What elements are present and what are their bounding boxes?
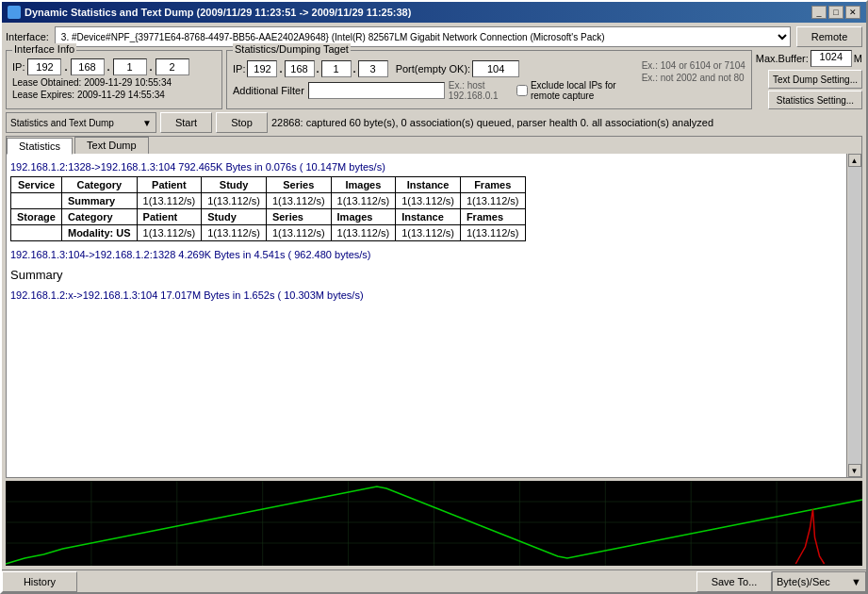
title-bar: Dynamic Statistics and Text Dump (2009/1… (2, 2, 866, 23)
mode-dropdown[interactable]: Statistics and Text Dump ▼ (6, 112, 156, 133)
ip-label: IP: (12, 61, 25, 73)
summary-label: Summary (10, 268, 843, 282)
exclude-checkbox[interactable] (516, 85, 528, 96)
remote-button[interactable]: Remote (796, 26, 862, 47)
max-buffer-input[interactable]: 1024 (811, 50, 852, 67)
status-text: 22868: captured 60 byte(s), 0 associatio… (271, 117, 862, 128)
exclude-checkbox-row: Exclude local IPs for remote capture (516, 80, 636, 101)
close-button[interactable]: ✕ (845, 6, 860, 19)
window-title: Dynamic Statistics and Text Dump (2009/1… (25, 7, 411, 18)
table-row: Modality: US 1(13.112/s) 1(13.112/s) 1(1… (11, 225, 526, 241)
col-category: Category (61, 177, 137, 193)
table-row: Summary 1(13.112/s) 1(13.112/s) 1(13.112… (11, 193, 526, 209)
connection1-section: 192.168.1.2:1328->192.168.1.3:104 792.46… (10, 161, 843, 241)
lease-expires: Lease Expires: 2009-11-29 14:55:34 (12, 90, 216, 100)
target-ip-3[interactable]: 1 (321, 60, 352, 77)
start-button[interactable]: Start (160, 112, 212, 133)
example2: Ex.: not 2002 and not 80 (642, 73, 745, 83)
stats-settings-button[interactable]: Statistics Setting... (768, 91, 862, 109)
scroll-up-button[interactable]: ▲ (848, 154, 861, 167)
interface-row: Interface: 3. #Device#NPF_{39771E64-8768… (6, 26, 862, 47)
tab-bar: Statistics Text Dump (7, 137, 861, 154)
scroll-track[interactable] (848, 167, 861, 464)
connection1-header: 192.168.1.2:1328->192.168.1.3:104 792.46… (10, 161, 843, 173)
right-panel: Max.Buffer: 1024 M Text Dump Setting... … (756, 50, 862, 109)
max-buffer-row: Max.Buffer: 1024 M (756, 50, 862, 67)
interface-select[interactable]: 3. #Device#NPF_{39771E64-8768-4497-BB56-… (55, 26, 791, 47)
tabs-area: Statistics Text Dump 192.168.1.2:1328->1… (6, 136, 862, 478)
stats-dumping-box: Statistics/Dumping Taget IP: 192 . 168 .… (226, 50, 752, 109)
ip-seg-1[interactable]: 192 (27, 58, 61, 75)
table-row: Storage Category Patient Study Series Im… (11, 209, 526, 225)
title-bar-text: Dynamic Statistics and Text Dump (2009/1… (8, 6, 411, 19)
summary-section: Summary (10, 268, 843, 282)
lease-obtained: Lease Obtained: 2009-11-29 10:55:34 (12, 77, 216, 88)
col-images: Images (331, 177, 396, 193)
text-dump-settings-button[interactable]: Text Dump Setting... (768, 70, 862, 89)
target-ip-row: IP: 192 . 168 . 1 . 3 Port(empty OK): 10… (233, 60, 636, 77)
main-window: Dynamic Statistics and Text Dump (2009/1… (0, 0, 868, 594)
connection1-table: Service Category Patient Study Series Im… (10, 176, 526, 241)
ip-seg-4[interactable]: 2 (156, 58, 189, 75)
connection2-header: 192.168.1.3:104->192.168.1.2:1328 4.269K… (10, 249, 843, 260)
tab-content-area: 192.168.1.2:1328->192.168.1.3:104 792.46… (7, 154, 861, 477)
ip-seg-3[interactable]: 1 (113, 58, 147, 75)
max-buffer-label: Max.Buffer: (756, 53, 809, 64)
filter-label: Additional Filter (233, 85, 304, 96)
scroll-down-button[interactable]: ▼ (848, 464, 861, 477)
filter-example: Ex.: host 192.168.0.1 (449, 80, 513, 101)
graph-svg (6, 481, 862, 566)
col-service: Service (11, 177, 62, 193)
example1: Ex.: 104 or 6104 or 7104 (642, 60, 745, 71)
stats-dumping-title: Statistics/Dumping Taget (233, 43, 351, 55)
col-study: Study (202, 177, 267, 193)
exclude-label: Exclude local IPs for remote capture (531, 80, 636, 101)
target-ip-4[interactable]: 3 (358, 60, 388, 77)
statistics-content: 192.168.1.2:1328->192.168.1.3:104 792.46… (7, 154, 846, 477)
col-series: Series (266, 177, 331, 193)
title-bar-buttons: _ □ ✕ (811, 6, 860, 19)
target-ip-1[interactable]: 192 (247, 60, 277, 77)
connection2-section: 192.168.1.3:104->192.168.1.2:1328 4.269K… (10, 249, 843, 260)
minimize-button[interactable]: _ (811, 6, 827, 19)
history-button[interactable]: History (2, 571, 77, 592)
status-bar: History Save To... Byte(s)/Sec ▼ (2, 569, 866, 592)
max-buffer-unit: M (854, 53, 862, 64)
col-frames: Frames (460, 177, 525, 193)
interface-info-title: Interface Info (12, 43, 76, 55)
stop-button[interactable]: Stop (216, 112, 268, 133)
col-instance: Instance (396, 177, 461, 193)
controls-row: Statistics and Text Dump ▼ Start Stop 22… (6, 112, 862, 133)
target-ip-label: IP: (233, 63, 245, 74)
vertical-scrollbar[interactable]: ▲ ▼ (846, 154, 861, 477)
app-icon (8, 6, 21, 19)
filter-input[interactable] (308, 82, 445, 99)
tab-statistics[interactable]: Statistics (7, 138, 73, 155)
ip-row: IP: 192 . 168 . 1 . 2 (12, 58, 216, 75)
target-ip-2[interactable]: 168 (285, 60, 315, 77)
unit-dropdown[interactable]: Byte(s)/Sec ▼ (772, 571, 866, 592)
side-buttons: Text Dump Setting... Statistics Setting.… (768, 70, 862, 109)
connection3-header: 192.168.1.2:x->192.168.1.3:104 17.017M B… (10, 289, 843, 301)
connection3-section: 192.168.1.2:x->192.168.1.3:104 17.017M B… (10, 289, 843, 301)
save-button[interactable]: Save To... (696, 571, 772, 592)
graph-area (6, 481, 862, 566)
interface-label: Interface: (6, 31, 49, 42)
info-boxes-row: Interface Info IP: 192 . 168 . 1 . 2 Lea… (6, 50, 862, 109)
ip-seg-2[interactable]: 168 (71, 58, 105, 75)
port-input[interactable]: 104 (472, 60, 519, 77)
col-patient: Patient (137, 177, 202, 193)
interface-info-box: Interface Info IP: 192 . 168 . 1 . 2 Lea… (6, 50, 222, 109)
content-area: Interface: 3. #Device#NPF_{39771E64-8768… (2, 23, 866, 569)
filter-row: Additional Filter Ex.: host 192.168.0.1 … (233, 80, 636, 101)
maximize-button[interactable]: □ (828, 6, 843, 19)
tab-text-dump[interactable]: Text Dump (74, 137, 149, 154)
port-label: Port(empty OK): (396, 63, 470, 74)
